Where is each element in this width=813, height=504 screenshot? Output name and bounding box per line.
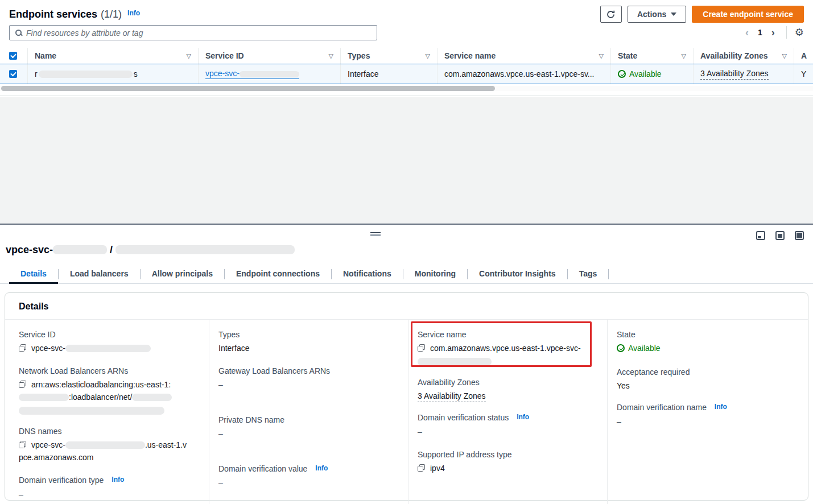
caret-down-icon xyxy=(671,13,676,16)
availability-zones-label: Availability Zones xyxy=(418,377,596,388)
copy-icon[interactable] xyxy=(19,344,26,352)
filter-icon-name[interactable] xyxy=(187,52,191,60)
domain-verification-name-label: Domain verification name xyxy=(617,403,707,412)
field-service-name: Service name com.amazonaws.vpce.us-east-… xyxy=(418,329,596,366)
service-id-label: Service ID xyxy=(19,329,197,340)
table-row[interactable]: r s vpce-svc- Interface com.amazonaws.vp… xyxy=(0,64,813,84)
domain-verification-value-value: – xyxy=(218,477,397,489)
details-card-body: Service ID vpce-svc- Network Load Balanc… xyxy=(5,320,808,504)
table-header: Name Service ID Types Service name State… xyxy=(0,48,813,64)
create-endpoint-service-button[interactable]: Create endpoint service xyxy=(692,6,804,23)
glb-arns-label: Gateway Load Balancers ARNs xyxy=(218,365,397,377)
filter-icon-state[interactable] xyxy=(682,52,686,60)
field-domain-verification-status: Domain verification status Info – xyxy=(418,412,596,438)
search-icon xyxy=(15,30,22,36)
split-panel: vpce-svc- / Details Load balancers Allow… xyxy=(0,224,813,504)
row-acceptance-cell: Y xyxy=(794,64,813,84)
filter-icon-types[interactable] xyxy=(426,52,430,60)
tab-allow-principals[interactable]: Allow principals xyxy=(141,265,224,283)
column-header-types: Types xyxy=(340,48,437,64)
tab-details[interactable]: Details xyxy=(9,265,58,283)
header-info-link[interactable]: Info xyxy=(127,9,140,17)
field-dns-names: DNS names vpce-svc-.us-east-1.vpce.amazo… xyxy=(19,425,197,464)
actions-button[interactable]: Actions xyxy=(628,6,686,23)
column-header-state: State xyxy=(610,48,693,64)
panel-size-large-icon[interactable] xyxy=(795,231,804,240)
check-circle-icon xyxy=(618,70,626,78)
panel-size-medium-icon[interactable] xyxy=(775,231,785,240)
tab-contributor-insights[interactable]: Contributor Insights xyxy=(468,265,567,283)
tab-load-balancers[interactable]: Load balancers xyxy=(59,265,140,283)
service-id-link[interactable]: vpce-svc- xyxy=(205,69,299,79)
check-circle-icon xyxy=(617,344,625,352)
list-header: Endpoint services (1/1) Info Actions Cre… xyxy=(9,6,804,23)
column-label-availability-zones: Availability Zones xyxy=(694,51,768,60)
horizontal-scrollbar-thumb[interactable] xyxy=(1,86,495,91)
field-service-id: Service ID vpce-svc- xyxy=(19,329,197,354)
field-nlb-arns: Network Load Balancers ARNs arn:aws:elas… xyxy=(19,365,197,415)
copy-icon[interactable] xyxy=(418,344,425,352)
filter-icon-service-name[interactable] xyxy=(599,52,604,60)
panel-title-separator: / xyxy=(110,244,113,255)
details-column-4: State Available Acceptance required Yes xyxy=(607,320,808,504)
service-name-value: com.amazonaws.vpce.us-east-1.vpce-svc- xyxy=(430,344,581,353)
column-header-acceptance: A xyxy=(794,48,813,64)
filter-icon-availability-zones[interactable] xyxy=(782,52,787,60)
supported-ip-label: Supported IP address type xyxy=(418,449,596,460)
domain-verification-type-value: – xyxy=(19,488,197,501)
domain-verification-value-info-link[interactable]: Info xyxy=(315,464,328,472)
domain-verification-type-info-link[interactable]: Info xyxy=(112,476,124,484)
select-all-cell xyxy=(0,48,27,64)
copy-icon[interactable] xyxy=(19,441,26,448)
domain-verification-status-label: Domain verification status xyxy=(418,413,509,422)
field-domain-verification-type: Domain verification type Info – xyxy=(19,474,197,501)
copy-icon[interactable] xyxy=(19,381,26,388)
nlb-arn-part2: :loadbalancer/net/ xyxy=(69,393,132,402)
availability-zones-value-link[interactable]: 3 Availability Zones xyxy=(418,391,486,402)
header-buttons: Actions Create endpoint service xyxy=(600,6,804,23)
row-acceptance-value: Y xyxy=(801,69,806,79)
glb-arns-value: – xyxy=(218,378,397,391)
service-id-redacted xyxy=(240,71,299,77)
panel-drag-handle[interactable] xyxy=(370,232,381,236)
details-column-3: Service name com.amazonaws.vpce.us-east-… xyxy=(408,320,607,504)
field-private-dns: Private DNS name – xyxy=(218,414,397,440)
private-dns-label: Private DNS name xyxy=(218,414,397,425)
field-acceptance-required: Acceptance required Yes xyxy=(617,366,797,392)
select-all-checkbox[interactable] xyxy=(9,52,17,60)
tab-tags[interactable]: Tags xyxy=(568,265,609,283)
search-box[interactable] xyxy=(9,25,377,40)
search-input[interactable] xyxy=(26,28,371,38)
preferences-gear-icon[interactable] xyxy=(795,26,804,39)
previous-page-button[interactable]: ‹ xyxy=(742,26,752,39)
row-types-cell: Interface xyxy=(340,64,437,84)
endpoint-services-list-card: Endpoint services (1/1) Info Actions Cre… xyxy=(0,0,813,96)
service-id-value-redacted xyxy=(65,345,151,352)
filter-icon-service-id[interactable] xyxy=(329,52,333,60)
tab-monitoring[interactable]: Monitoring xyxy=(403,265,467,283)
endpoint-services-page: Endpoint services (1/1) Info Actions Cre… xyxy=(0,0,813,504)
row-name-redacted xyxy=(39,71,133,78)
domain-verification-status-info-link[interactable]: Info xyxy=(517,413,529,421)
service-id-value-prefix: vpce-svc- xyxy=(31,344,65,353)
panel-size-small-icon[interactable] xyxy=(756,231,765,240)
state-value: Available xyxy=(628,342,661,354)
row-name-visible-end: s xyxy=(134,69,138,79)
refresh-button[interactable] xyxy=(600,6,622,23)
status-badge: Available xyxy=(618,69,662,79)
copy-icon[interactable] xyxy=(418,464,425,472)
state-badge: Available xyxy=(617,342,661,354)
details-column-2: Types Interface Gateway Load Balancers A… xyxy=(209,320,408,504)
tab-endpoint-connections[interactable]: Endpoint connections xyxy=(225,265,331,283)
current-page-number: 1 xyxy=(756,28,765,37)
tab-notifications[interactable]: Notifications xyxy=(332,265,403,283)
column-label-acceptance: A xyxy=(794,51,807,60)
domain-verification-name-info-link[interactable]: Info xyxy=(715,403,727,411)
dns-value-prefix: vpce-svc- xyxy=(31,440,65,449)
field-domain-verification-name: Domain verification name Info – xyxy=(617,402,797,428)
resource-count: (1/1) xyxy=(101,9,122,20)
availability-zones-popover-link[interactable]: 3 Availability Zones xyxy=(700,69,769,80)
page-title: Endpoint services xyxy=(9,9,97,20)
row-checkbox[interactable] xyxy=(9,70,17,78)
next-page-button[interactable]: › xyxy=(768,26,778,39)
